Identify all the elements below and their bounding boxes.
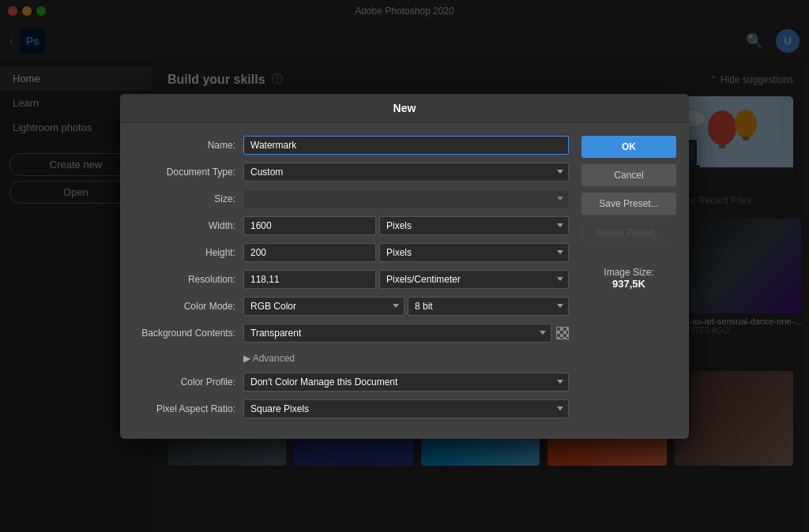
dialog-body: Name: Document Type: Custom Size:: [120, 123, 689, 439]
dialog-title: New: [120, 94, 689, 123]
height-input[interactable]: [243, 243, 376, 262]
color-profile-label: Color Profile:: [133, 377, 235, 388]
dialog-actions: OK Cancel Save Preset... Delete Preset..…: [581, 136, 676, 426]
width-input[interactable]: [243, 216, 376, 235]
bg-contents-controls: Transparent: [243, 324, 569, 343]
delete-preset-button[interactable]: Delete Preset...: [581, 221, 676, 245]
width-row: Width: Pixels: [133, 216, 569, 235]
width-unit-select[interactable]: Pixels: [379, 216, 569, 235]
resolution-row: Resolution: Pixels/Centimeter: [133, 270, 569, 289]
name-input[interactable]: [243, 136, 569, 155]
doc-type-label: Document Type:: [133, 167, 235, 178]
cancel-button[interactable]: Cancel: [581, 164, 676, 186]
pixel-aspect-label: Pixel Aspect Ratio:: [133, 403, 235, 414]
name-label: Name:: [133, 140, 235, 151]
bg-contents-label: Background Contents:: [133, 328, 235, 339]
resolution-controls: Pixels/Centimeter: [243, 270, 569, 289]
resolution-input[interactable]: [243, 270, 376, 289]
save-preset-button[interactable]: Save Preset...: [581, 193, 676, 215]
transparency-preview: [556, 327, 569, 339]
image-size-label: Image Size:: [581, 267, 676, 278]
pixel-aspect-select[interactable]: Square Pixels: [243, 399, 569, 418]
color-mode-select[interactable]: RGB Color: [243, 297, 404, 316]
advanced-row: ▶ Advanced: [133, 350, 569, 365]
size-select[interactable]: [243, 189, 569, 208]
height-row: Height: Pixels: [133, 243, 569, 262]
new-dialog: New Name: Document Type: Custom: [120, 94, 689, 439]
color-profile-row: Color Profile: Don't Color Manage this D…: [133, 373, 569, 392]
dialog-overlay: New Name: Document Type: Custom: [0, 0, 809, 532]
doc-type-select[interactable]: Custom: [243, 163, 569, 182]
size-row: Size:: [133, 189, 569, 208]
doc-type-row: Document Type: Custom: [133, 163, 569, 182]
dialog-form: Name: Document Type: Custom Size:: [133, 136, 569, 426]
advanced-toggle[interactable]: ▶ Advanced: [133, 353, 295, 364]
height-controls: Pixels: [243, 243, 569, 262]
image-size-value: 937,5K: [581, 278, 676, 290]
resolution-label: Resolution:: [133, 274, 235, 285]
width-label: Width:: [133, 220, 235, 231]
size-label: Size:: [133, 193, 235, 204]
bg-contents-select[interactable]: Transparent: [243, 324, 551, 343]
height-label: Height:: [133, 247, 235, 258]
color-mode-label: Color Mode:: [133, 301, 235, 312]
width-controls: Pixels: [243, 216, 569, 235]
bg-contents-row: Background Contents: Transparent: [133, 324, 569, 343]
resolution-unit-select[interactable]: Pixels/Centimeter: [379, 270, 569, 289]
color-profile-select[interactable]: Don't Color Manage this Document: [243, 373, 569, 392]
color-mode-controls: RGB Color 8 bit: [243, 297, 569, 316]
pixel-aspect-row: Pixel Aspect Ratio: Square Pixels: [133, 399, 569, 418]
color-depth-select[interactable]: 8 bit: [408, 297, 569, 316]
image-size-info: Image Size: 937,5K: [581, 267, 676, 290]
ok-button[interactable]: OK: [581, 136, 676, 158]
color-mode-row: Color Mode: RGB Color 8 bit: [133, 297, 569, 316]
name-row: Name:: [133, 136, 569, 155]
height-unit-select[interactable]: Pixels: [379, 243, 569, 262]
